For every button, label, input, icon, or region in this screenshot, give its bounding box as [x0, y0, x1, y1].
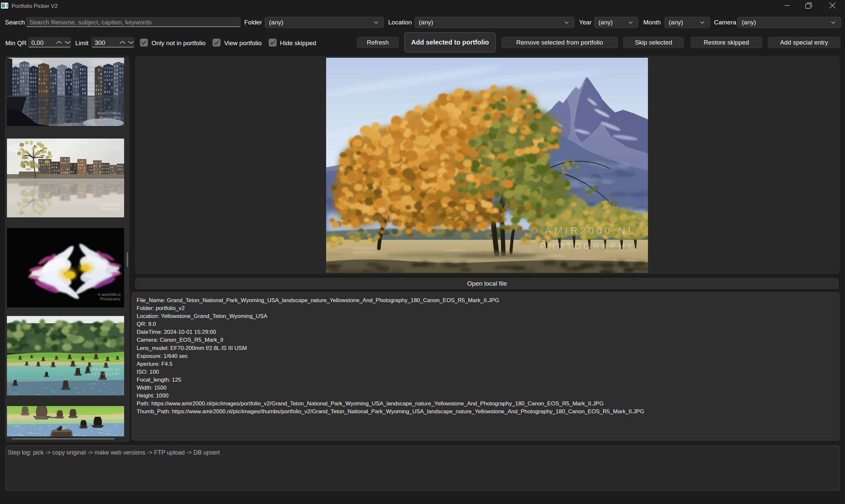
svg-text:AMIR2000.NL: AMIR2000.NL: [92, 368, 121, 372]
svg-text:Photography: Photography: [100, 297, 121, 301]
svg-text:© AMIR2000.NL: © AMIR2000.NL: [530, 225, 636, 236]
svg-text:© amir2000.nl: © amir2000.nl: [98, 202, 121, 206]
svg-text:Photography: Photography: [100, 115, 121, 120]
svg-text:© amir2000.nl: © amir2000.nl: [98, 292, 121, 296]
svg-text:PHOTOGRAPHY: PHOTOGRAPHY: [540, 241, 636, 251]
svg-text:PHOTOGRAPHY: PHOTOGRAPHY: [87, 372, 121, 376]
svg-text:Photography: Photography: [100, 207, 121, 211]
svg-text:© amir2000.nl: © amir2000.nl: [98, 111, 121, 115]
